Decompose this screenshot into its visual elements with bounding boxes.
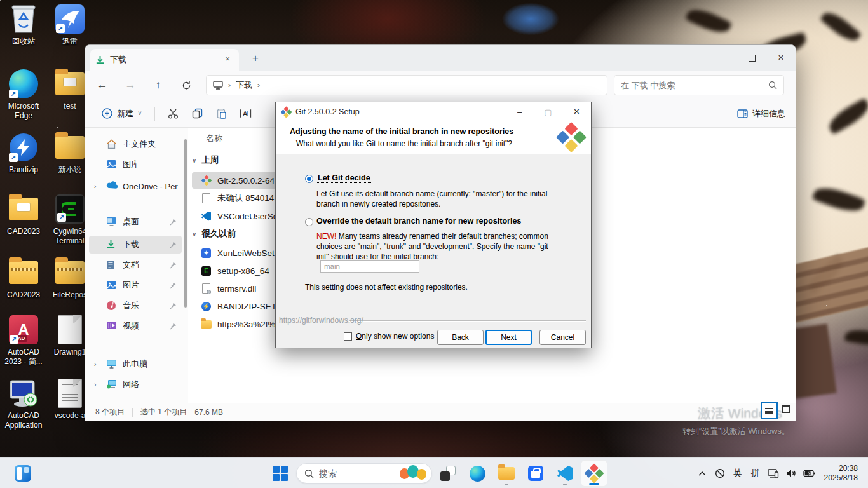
maximize-button[interactable] (737, 45, 766, 71)
sidebar-item-desktop[interactable]: 桌面 (89, 213, 182, 231)
back-button[interactable]: ← (92, 75, 113, 95)
start-button[interactable] (267, 460, 294, 487)
new-badge: NEW! (316, 232, 336, 241)
desktop-icon-recycle-bin[interactable]: 回收站 (1, 4, 46, 46)
chevron-right-icon[interactable]: › (94, 381, 100, 388)
desktop-icon-edge[interactable]: ↗ Microsoft Edge (1, 69, 46, 121)
sidebar-scrollbar[interactable] (184, 139, 187, 308)
back-button[interactable]: Back (437, 330, 484, 345)
dialog-maximize-button[interactable]: ▢ (534, 102, 562, 121)
sidebar-item-network[interactable]: › 网络 (89, 376, 182, 393)
taskbar: 英 拼 20:38 2025/8/18 (0, 458, 868, 488)
radio-let-git-decide[interactable] (305, 175, 313, 183)
sidebar-item-videos[interactable]: 视频 (89, 317, 182, 335)
widgets-button[interactable] (10, 462, 36, 485)
selection-info: 选中 1 个项目 (140, 407, 194, 417)
only-show-new-options-label[interactable]: Only show new options (356, 332, 434, 341)
videos-icon (106, 321, 117, 332)
dialog-close-button[interactable]: × (562, 102, 591, 121)
desktop-icon-cad2023-zip[interactable]: CAD2023 (1, 257, 46, 300)
explorer-search-box[interactable] (614, 75, 784, 95)
desktop-icon-autocad-application[interactable]: AutoCAD Application (1, 378, 46, 430)
group-header-long-ago[interactable]: ∨ 很久以前 (192, 228, 236, 240)
ime-mode-indicator[interactable]: 英 (729, 461, 746, 486)
taskbar-vscode-button[interactable] (552, 460, 578, 487)
tray-date: 2025/8/18 (824, 473, 858, 483)
taskbar-file-explorer-button[interactable] (493, 460, 520, 487)
sidebar-item-gallery[interactable]: 图库 (89, 156, 182, 173)
only-show-new-options-checkbox[interactable] (344, 332, 352, 341)
sidebar-item-pictures[interactable]: 图片 (89, 276, 182, 294)
chevron-down-icon: ˅ (138, 110, 142, 117)
pin-icon (170, 241, 177, 248)
up-button[interactable]: ↑ (147, 75, 169, 95)
items-count: 8 个项目 (95, 407, 132, 417)
shortcut-arrow-icon: ↗ (9, 90, 18, 98)
sidebar-item-downloads[interactable]: 下载 (89, 236, 182, 254)
gitforwindows-link[interactable]: https://gitforwindows.org/ (279, 316, 363, 325)
new-tab-button[interactable]: + (248, 51, 263, 67)
address-bar[interactable]: › 下载 › (206, 75, 607, 95)
option-let-git-decide-label[interactable]: Let Git decide (316, 173, 372, 182)
rename-button[interactable]: A (234, 103, 258, 125)
explorer-search-input[interactable] (621, 81, 768, 90)
tray-blocked-icon[interactable] (712, 461, 728, 486)
cast-devices-icon[interactable] (765, 461, 782, 486)
ime-toolbar[interactable] (761, 402, 790, 419)
refresh-button[interactable] (175, 75, 197, 95)
file-icon (201, 193, 212, 204)
close-button[interactable]: × (766, 45, 796, 71)
ime-restore-icon[interactable] (782, 405, 790, 413)
radio-override-branch-name[interactable] (305, 218, 313, 226)
dialog-minimize-button[interactable]: – (505, 102, 534, 121)
next-button[interactable]: Next (485, 330, 532, 345)
tab-downloads[interactable]: 下载 × (90, 49, 239, 71)
taskbar-git-setup-button[interactable] (581, 460, 607, 487)
sidebar-item-home[interactable]: 主文件夹 (89, 135, 182, 153)
minimize-button[interactable] (708, 45, 737, 71)
cancel-button[interactable]: Cancel (539, 330, 586, 345)
tray-show-hidden-icons-button[interactable] (694, 461, 710, 486)
paste-button[interactable] (210, 103, 234, 125)
battery-icon[interactable] (801, 461, 818, 486)
sidebar-item-music[interactable]: 音乐 (89, 297, 182, 315)
file-explorer-icon (498, 467, 515, 480)
microsoft-store-icon (528, 466, 543, 481)
pin-icon (170, 282, 177, 289)
sidebar-item-this-pc[interactable]: › 此电脑 (89, 355, 182, 373)
windows-logo-icon (273, 466, 288, 481)
taskbar-search-input[interactable] (319, 468, 393, 478)
details-pane-button[interactable]: 详细信息 (737, 108, 785, 119)
sidebar-item-documents[interactable]: 文档 (89, 256, 182, 274)
taskbar-search-box[interactable] (296, 463, 432, 484)
group-header-last-week[interactable]: ∨ 上周 (192, 154, 219, 166)
forward-button[interactable]: → (119, 75, 141, 95)
ime-menu-icon[interactable] (761, 402, 778, 419)
new-button[interactable]: 新建 ˅ (95, 104, 148, 123)
breadcrumb-current[interactable]: 下载 (236, 79, 252, 91)
column-header-name[interactable]: 名称 (206, 133, 222, 144)
task-view-button[interactable] (435, 460, 461, 487)
zip-folder-icon (55, 257, 85, 288)
git-icon (280, 106, 292, 118)
desktop-icon-bandizip[interactable]: ↗ Bandizip (1, 132, 46, 175)
desktop-icon-xunlei[interactable]: ↗ 迅雷 (47, 4, 93, 46)
branch-name-input[interactable] (320, 260, 419, 273)
sidebar-item-onedrive[interactable]: › OneDrive - Per (89, 177, 182, 195)
ime-pinyin-indicator[interactable]: 拼 (747, 461, 764, 486)
desktop-icon-autocad[interactable]: A CAD ↗ AutoCAD 2023 - 简... (1, 315, 46, 367)
taskbar-edge-button[interactable] (464, 460, 491, 487)
chevron-right-icon[interactable]: › (94, 183, 100, 190)
volume-icon[interactable] (783, 461, 799, 486)
chevron-right-icon[interactable]: › (94, 361, 100, 368)
cygwin-icon: ↗ (55, 194, 85, 224)
tab-close-icon[interactable]: × (221, 53, 234, 66)
desktop-icon-cad2023-folder[interactable]: CAD2023 (1, 194, 46, 236)
clock[interactable]: 20:38 2025/8/18 (819, 464, 863, 483)
breadcrumb-separator: › (257, 81, 260, 90)
option-override-label[interactable]: Override the default branch name for new… (316, 217, 521, 226)
copy-button[interactable] (186, 103, 210, 125)
cut-button[interactable] (161, 103, 186, 125)
home-icon (106, 139, 117, 150)
taskbar-store-button[interactable] (522, 460, 549, 487)
